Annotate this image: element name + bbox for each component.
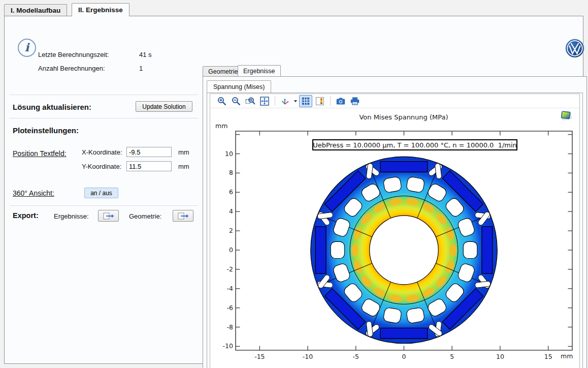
- y-axis-unit: mm: [215, 122, 227, 130]
- y-coordinate-input[interactable]: [126, 161, 172, 171]
- y-tick-label: 2: [215, 227, 233, 234]
- color-legend-icon: [315, 96, 325, 106]
- export-icon: [103, 212, 115, 220]
- stress-plot-svg: [236, 131, 572, 350]
- view-360-label: 360° Ansicht:: [13, 189, 54, 197]
- tab-ergebnisse[interactable]: II. Ergebnisse: [72, 3, 129, 16]
- y-tick-label: -2: [215, 265, 233, 273]
- tab-spannung-mises[interactable]: Spannung (Mises): [207, 80, 271, 93]
- plot-toolbar: [210, 94, 579, 108]
- tab-ergebnisse-label: II. Ergebnisse: [78, 6, 123, 14]
- tab-ergebnisse-inner-label: Ergebnisse: [243, 68, 275, 75]
- tab-geometrie-label: Geometrie: [208, 68, 238, 75]
- export-heading: Export:: [13, 211, 39, 220]
- y-tick-label: -8: [215, 323, 233, 331]
- cooling-hole: [463, 241, 477, 258]
- y-tick-label: -4: [215, 285, 233, 292]
- tab-modellaufbau-label: I. Modellaufbau: [11, 7, 60, 14]
- y-tick-label: 0: [215, 246, 233, 254]
- export-icon: [177, 212, 189, 220]
- plot-settings-heading: Ploteinstellungen:: [13, 126, 79, 135]
- update-solution-button[interactable]: Update Solution: [136, 101, 192, 112]
- export-results-button[interactable]: [98, 210, 119, 222]
- export-geometry-label: Geometrie:: [129, 212, 161, 220]
- zoom-out-button[interactable]: [230, 95, 243, 107]
- x-tick-label: 5: [450, 353, 454, 360]
- y-tick-label: 8: [215, 169, 233, 176]
- zoom-extents-icon: [259, 96, 270, 106]
- x-tick-label: -15: [254, 353, 265, 360]
- tab-ergebnisse-inner[interactable]: Ergebnisse: [238, 65, 281, 76]
- vw-logo: [565, 39, 584, 58]
- color-legend-button[interactable]: [313, 95, 326, 107]
- x-coordinate-input[interactable]: [126, 147, 172, 157]
- axes-orientation-button[interactable]: [279, 95, 292, 107]
- zoom-extents-button[interactable]: [258, 95, 271, 107]
- y-tick-label: 4: [215, 207, 233, 215]
- print-icon: [350, 96, 360, 106]
- tab-modellaufbau[interactable]: I. Modellaufbau: [4, 4, 67, 16]
- export-geometry-button[interactable]: [173, 210, 193, 222]
- tab-spannung-mises-label: Spannung (Mises): [213, 83, 265, 90]
- x-tick-label: 15: [544, 353, 552, 360]
- toolbar-separator: [275, 96, 275, 106]
- zoom-out-icon: [231, 96, 241, 106]
- y-tick-label: -6: [215, 304, 233, 312]
- snapshot-button[interactable]: [334, 95, 347, 107]
- x-tick-label: 10: [496, 353, 504, 360]
- print-button[interactable]: [348, 95, 362, 107]
- x-unit-label: mm: [178, 148, 189, 156]
- divider: [10, 95, 198, 95]
- x-tick-label: 0: [402, 353, 406, 360]
- toolbar-separator: [330, 96, 331, 106]
- main-panel: i Letzte Berechnungszeit: 41 s Anzahl Be…: [4, 16, 583, 364]
- update-solution-heading: Lösung aktualisieren:: [13, 103, 91, 111]
- last-computation-label: Letzte Berechnungszeit:: [38, 51, 109, 58]
- plot-thumbnail-icon[interactable]: [560, 110, 573, 122]
- y-coordinate-label: Y-Koordinate:: [82, 163, 121, 170]
- zoom-in-button[interactable]: [215, 95, 228, 107]
- grid-button[interactable]: [299, 95, 312, 107]
- y-tick-label: -10: [215, 342, 233, 350]
- chevron-down-icon: [293, 99, 298, 103]
- graphics-area[interactable]: Von Mises Spannung (MPa) mm UebPress = 1…: [210, 109, 579, 368]
- textfield-position-label: Position Textfeld:: [13, 149, 67, 158]
- computation-count-value: 1: [139, 65, 143, 72]
- cooling-hole: [331, 241, 344, 258]
- x-axis-unit: mm: [561, 352, 573, 360]
- last-computation-value: 41 s: [139, 51, 152, 58]
- divider: [10, 205, 198, 206]
- x-tick-label: -5: [353, 353, 359, 360]
- view-360-toggle-button[interactable]: an / aus: [84, 188, 118, 198]
- zoom-in-icon: [217, 96, 227, 106]
- computation-count-label: Anzahl Berechnungen:: [38, 65, 105, 72]
- y-tick-label: 6: [215, 188, 233, 196]
- grid-icon: [301, 96, 311, 106]
- plot-panel: Von Mises Spannung (MPa) mm UebPress = 1…: [210, 94, 580, 368]
- axes-dropdown-arrow[interactable]: [292, 96, 299, 107]
- axes-orientation-icon: [280, 96, 290, 106]
- divider: [10, 118, 198, 118]
- snapshot-icon: [336, 96, 346, 106]
- info-icon: i: [18, 39, 36, 57]
- y-tick-label: 10: [215, 150, 233, 158]
- plot-title: Von Mises Spannung (MPa): [359, 113, 448, 121]
- x-coordinate-label: X-Koordinate:: [82, 148, 122, 156]
- zoom-box-icon: [245, 96, 255, 106]
- zoom-box-button[interactable]: [244, 95, 257, 107]
- x-tick-label: -10: [303, 353, 313, 360]
- export-results-label: Ergebnisse:: [54, 212, 89, 220]
- y-unit-label: mm: [178, 163, 189, 170]
